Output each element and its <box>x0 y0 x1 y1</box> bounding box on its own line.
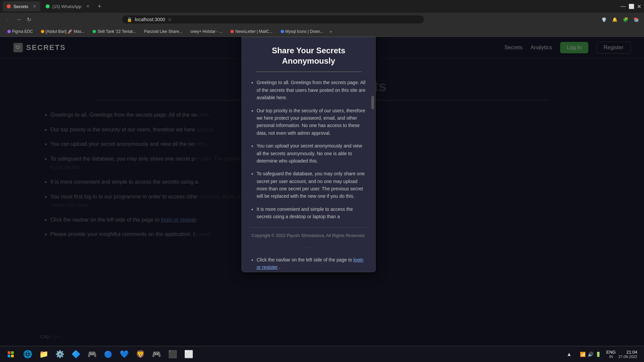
address-bar-row: ← → ↻ 🔒 localhost:3000 ☆ 🛡️ 🔔 🧩 📚 <box>0 13 644 26</box>
browser-extensions: 🛡️ 🔔 🧩 📚 <box>600 16 640 23</box>
bookmark-mysql[interactable]: Mysql Icons | Down... <box>277 28 327 35</box>
more-bookmarks-button[interactable]: » <box>329 29 332 34</box>
tab-close-secrets[interactable]: ✕ <box>33 4 36 9</box>
modal-list-item-2: Our top priority is the security of our … <box>257 107 367 137</box>
volume-icon[interactable]: 🔊 <box>588 352 593 357</box>
modal-overlay: Secrets — ⬜ ✕ Share Your SecretsAnonymou… <box>0 37 644 346</box>
system-clock[interactable]: 21:04 27-08-2022 <box>619 350 640 359</box>
taskbar-brave[interactable]: 🦁 <box>133 347 148 362</box>
new-tab-button[interactable]: + <box>95 2 104 11</box>
taskbar-terminal[interactable]: ⬛ <box>165 347 180 362</box>
refresh-button[interactable]: ↻ <box>25 15 33 24</box>
bookmark-star-icon[interactable]: ☆ <box>168 17 172 22</box>
close-button[interactable]: ✕ <box>637 3 641 10</box>
bookmark-mysql-label: Mysql Icons | Down... <box>285 29 324 34</box>
tab-bar: Secrets ✕ (15) WhatsApp ✕ + — ⬜ ✕ <box>0 0 644 13</box>
bookmark-newsletter-label: NewsLetter | MailC... <box>235 29 272 34</box>
win-icon-blue <box>8 355 10 357</box>
bookmark-figma-icon <box>7 30 11 33</box>
lang-region: IN <box>606 355 616 359</box>
forward-button[interactable]: → <box>15 15 23 24</box>
taskbar-edge[interactable]: 🌐 <box>20 347 35 362</box>
modal-login-register-link[interactable]: login or register <box>257 257 363 270</box>
bookmarks-bar: Figma EDC [Abdul Bari] 🚀 Mas... Skill Ta… <box>0 26 644 37</box>
modal-extra-content: · · Click the navbar on the left side of… <box>250 245 367 272</box>
bookmark-skilltank-label: Skill Tank '22 Tentat... <box>97 29 136 34</box>
bookmark-panzoid-label: Panzoid Like Share... <box>144 29 182 34</box>
webpage: 🛡 SECRETS Secrets Analytics Log In Regis… <box>0 37 644 346</box>
bookmark-newsletter[interactable]: NewsLetter | MailC... <box>227 28 276 35</box>
bookmark-mysql-icon <box>281 30 284 33</box>
modal-list-item-4: To safeguard the database, you may only … <box>257 170 367 200</box>
modal-list-item-1: Greetings to all. Greetings from the sec… <box>257 79 367 101</box>
modal-window: Secrets — ⬜ ✕ Share Your SecretsAnonymou… <box>241 37 376 272</box>
bookmark-abdulbari-label: [Abdul Bari] 🚀 Mas... <box>46 29 85 34</box>
brave-shield-icon[interactable]: 🛡️ <box>600 16 608 23</box>
bookmark-hotstar-label: oney+ Hotstar - ... <box>191 29 223 34</box>
clock-time: 21:04 <box>619 350 637 355</box>
bookmark-newsletter-icon <box>230 30 234 33</box>
language-indicator[interactable]: ENG IN <box>606 350 616 359</box>
bookmark-figma-label: Figma EDC <box>12 29 33 34</box>
windows-icon <box>8 351 14 357</box>
win-icon-green <box>11 351 14 354</box>
win-icon-yellow <box>11 355 14 357</box>
maximize-button[interactable]: ⬜ <box>629 4 634 9</box>
tab-label-whatsapp: (15) WhatsApp <box>52 4 82 9</box>
bookmark-skilltank[interactable]: Skill Tank '22 Tentat... <box>89 28 139 35</box>
tab-close-whatsapp[interactable]: ✕ <box>86 4 90 9</box>
bookmark-abdulbari-icon <box>41 30 44 33</box>
bookmark-panzoid[interactable]: Panzoid Like Share... <box>141 28 186 35</box>
collections-icon[interactable]: 📚 <box>633 16 640 23</box>
notification-icon[interactable]: 🔔 <box>611 16 619 23</box>
modal-divider <box>256 71 362 72</box>
modal-extra-list: Click the navbar on the left side of the… <box>250 256 367 272</box>
address-text: localhost:3000 <box>135 17 165 22</box>
taskbar-steam[interactable]: 🎮 <box>149 347 164 362</box>
back-button[interactable]: ← <box>4 15 12 24</box>
modal-heading: Share Your SecretsAnonymously <box>250 45 367 66</box>
modal-body: Share Your SecretsAnonymously Greetings … <box>242 37 375 272</box>
brave-icon: 🦁 <box>136 350 145 359</box>
terminal-icon: ⬛ <box>168 350 177 359</box>
modal-content-list: Greetings to all. Greetings from the sec… <box>250 79 367 220</box>
edge-icon: 🌐 <box>23 350 32 359</box>
taskbar-unknown2[interactable]: 🎮 <box>85 347 99 362</box>
modal-footer: Copyright © 2022 Piyush Shrivastava, All… <box>250 227 367 238</box>
bookmark-abdulbari[interactable]: [Abdul Bari] 🚀 Mas... <box>38 28 88 35</box>
minimize-button[interactable]: — <box>621 3 626 9</box>
puzzle-icon[interactable]: 🧩 <box>622 16 629 23</box>
window-controls: — ⬜ ✕ <box>621 3 641 10</box>
taskbar-other[interactable]: ⬜ <box>181 347 196 362</box>
wifi-icon[interactable]: 📶 <box>580 352 586 357</box>
taskbar-right: ▲ 📶 🔊 🔋 ENG IN 21:04 27-08-2022 <box>564 349 640 360</box>
taskbar-settings[interactable]: ⚙️ <box>52 347 67 362</box>
diamond-icon: 🔷 <box>71 350 80 359</box>
modal-scrollbar-track[interactable] <box>371 37 374 272</box>
modal-list-item-5: It is more convenient and simple to acce… <box>257 205 367 221</box>
chrome-icon: 🔵 <box>104 350 112 358</box>
modal-extra-item-1: Click the navbar on the left side of the… <box>257 256 367 271</box>
tab-secrets[interactable]: Secrets ✕ <box>3 1 40 11</box>
bookmark-figma[interactable]: Figma EDC <box>4 28 36 35</box>
taskbar-unknown1[interactable]: 🔷 <box>68 347 83 362</box>
modal-dots: · · <box>250 245 367 251</box>
system-icons: 📶 🔊 🔋 <box>577 352 604 357</box>
start-button[interactable] <box>4 348 17 361</box>
taskbar: 🌐 📁 ⚙️ 🔷 🎮 🔵 💙 🦁 🎮 ⬛ ⬜ <box>0 346 644 362</box>
unknown2-icon: 🎮 <box>88 350 97 359</box>
notification-center-button[interactable]: ▲ <box>564 349 575 360</box>
taskbar-vscode[interactable]: 💙 <box>117 347 131 362</box>
tab-whatsapp[interactable]: (15) WhatsApp ✕ <box>42 1 94 11</box>
vscode-icon: 💙 <box>120 350 129 359</box>
bookmark-hotstar[interactable]: oney+ Hotstar - ... <box>187 28 226 35</box>
taskbar-chrome[interactable]: 🔵 <box>101 347 115 362</box>
explorer-icon: 📁 <box>39 350 48 359</box>
lang-code: ENG <box>606 350 616 355</box>
taskbar-apps: 🌐 📁 ⚙️ 🔷 🎮 🔵 💙 🦁 🎮 ⬛ ⬜ <box>20 347 196 362</box>
address-bar[interactable]: 🔒 localhost:3000 ☆ <box>122 15 424 23</box>
tab-favicon-secrets <box>7 4 11 8</box>
taskbar-explorer[interactable]: 📁 <box>36 347 51 362</box>
battery-icon[interactable]: 🔋 <box>595 352 601 357</box>
modal-scrollbar-thumb[interactable] <box>371 96 374 109</box>
